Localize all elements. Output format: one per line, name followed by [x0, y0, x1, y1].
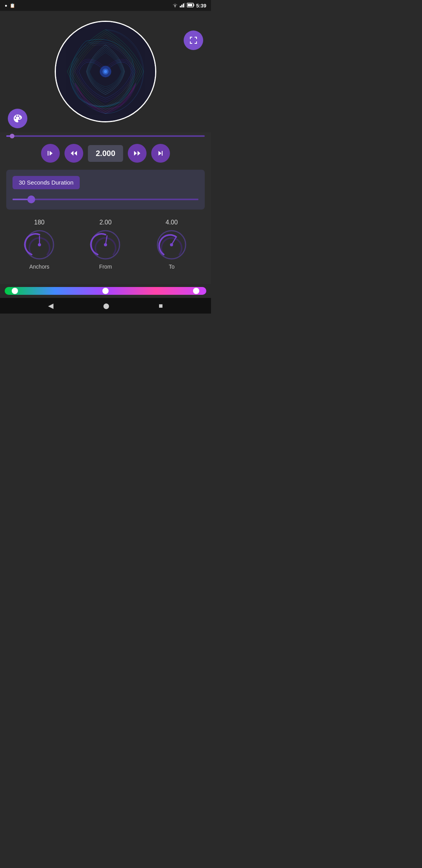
- fullscreen-button[interactable]: [184, 30, 203, 50]
- progress-fill: [6, 135, 12, 137]
- knobs-section: 180 Anchors 2.00: [0, 213, 211, 276]
- svg-point-13: [38, 243, 41, 246]
- svg-rect-3: [184, 3, 185, 7]
- duration-panel: 30 Seconds Duration: [6, 170, 205, 210]
- canvas-area: [0, 11, 211, 132]
- skip-back-button[interactable]: [41, 144, 60, 163]
- gradient-dot-center[interactable]: [102, 288, 109, 294]
- to-knob-container[interactable]: [156, 229, 187, 260]
- knob-to: 4.00 To: [156, 219, 187, 270]
- status-bar-left: ● 📋: [5, 3, 15, 8]
- wifi-icon: [172, 3, 178, 8]
- svg-rect-0: [180, 6, 181, 7]
- back-button[interactable]: ◀: [48, 301, 54, 310]
- duration-slider-track: [13, 199, 198, 200]
- gradient-bar-container: [0, 284, 211, 298]
- status-bar: ● 📋 5:39: [0, 0, 211, 11]
- duration-slider-thumb[interactable]: [27, 195, 35, 203]
- knob-from: 2.00 From: [90, 219, 121, 270]
- battery-icon: [187, 3, 195, 8]
- anchors-value: 180: [34, 219, 45, 226]
- svg-point-10: [104, 70, 107, 73]
- progress-bar-container[interactable]: [0, 132, 211, 140]
- svg-point-16: [104, 243, 107, 246]
- anchors-knob-container[interactable]: [24, 229, 55, 260]
- recent-button[interactable]: ■: [159, 302, 163, 310]
- home-button[interactable]: ⬤: [103, 303, 109, 309]
- gradient-dot-right[interactable]: [193, 288, 199, 294]
- from-label: From: [99, 264, 112, 270]
- rewind-button[interactable]: [64, 144, 83, 163]
- svg-rect-2: [183, 4, 184, 7]
- transport-controls: 2.000: [0, 140, 211, 167]
- gradient-dot-left[interactable]: [12, 288, 18, 294]
- progress-track[interactable]: [6, 135, 205, 137]
- duration-label-box: 30 Seconds Duration: [13, 176, 80, 189]
- notification-icon: ●: [5, 3, 7, 8]
- value-display: 2.000: [88, 145, 123, 162]
- from-knob-container[interactable]: [90, 229, 121, 260]
- svg-point-19: [170, 243, 173, 246]
- clipboard-icon: 📋: [10, 3, 15, 8]
- svg-rect-6: [193, 4, 194, 6]
- svg-rect-1: [181, 5, 182, 7]
- duration-slider-container[interactable]: [13, 195, 198, 203]
- skip-forward-button[interactable]: [151, 144, 170, 163]
- to-value: 4.00: [166, 219, 178, 226]
- status-bar-right: 5:39: [172, 3, 206, 9]
- signal-icon: [180, 3, 185, 8]
- palette-button[interactable]: [8, 109, 27, 128]
- nav-bar: ◀ ⬤ ■: [0, 298, 211, 314]
- anchors-label: Anchors: [29, 264, 49, 270]
- from-value: 2.00: [99, 219, 111, 226]
- fast-forward-button[interactable]: [128, 144, 147, 163]
- visualization-circle: [55, 21, 156, 122]
- time-display: 5:39: [196, 3, 206, 9]
- duration-label: 30 Seconds Duration: [19, 179, 73, 186]
- svg-rect-5: [188, 4, 192, 6]
- gradient-bar[interactable]: [5, 287, 206, 295]
- knob-anchors: 180 Anchors: [24, 219, 55, 270]
- progress-thumb[interactable]: [10, 134, 14, 138]
- to-label: To: [169, 264, 175, 270]
- main-content: 2.000 30 Seconds Duration 180: [0, 11, 211, 298]
